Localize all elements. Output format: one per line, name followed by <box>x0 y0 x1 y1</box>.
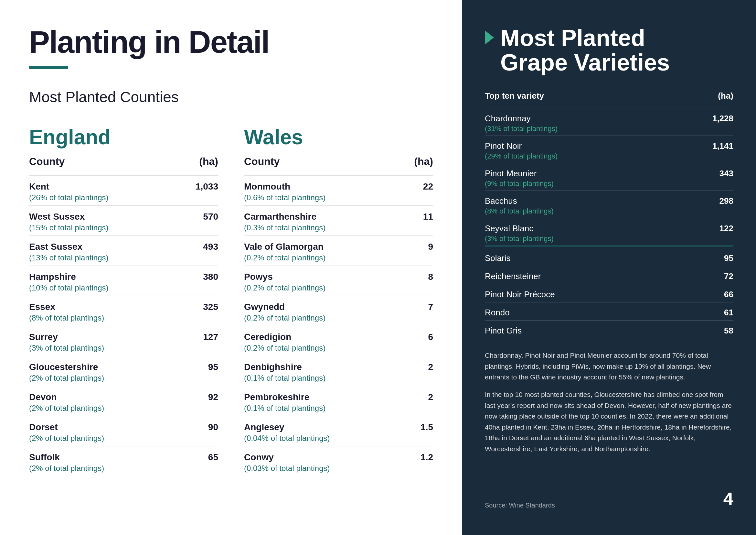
wales-col-county: County <box>244 155 280 168</box>
county-ha: 95 <box>208 362 218 372</box>
county-name: Hampshire <box>29 272 76 282</box>
table-row: Gwynedd 7 (0.2% of total plantings) <box>244 296 433 326</box>
county-name: Surrey <box>29 332 58 342</box>
variety-ha: 58 <box>724 326 733 336</box>
variety-name: Rondo <box>485 308 510 318</box>
county-pct: (26% of total plantings) <box>29 193 218 202</box>
right-panel: Most PlantedGrape Varieties Top ten vari… <box>462 0 756 535</box>
wales-col-headers: County (ha) <box>244 155 433 173</box>
table-row: Essex 325 (8% of total plantings) <box>29 296 218 326</box>
county-pct: (2% of total plantings) <box>29 464 218 473</box>
table-row: Gloucestershire 95 (2% of total planting… <box>29 356 218 386</box>
table-row: Kent 1,033 (26% of total plantings) <box>29 175 218 205</box>
list-item: Pinot Noir 1,141 (29% of total plantings… <box>485 135 733 163</box>
variety-name: Pinot Noir <box>485 141 522 151</box>
variety-pct: (8% of total plantings) <box>485 207 733 215</box>
county-name: Essex <box>29 302 55 312</box>
table-row: Suffolk 65 (2% of total plantings) <box>29 446 218 476</box>
england-rows: Kent 1,033 (26% of total plantings) West… <box>29 175 218 476</box>
county-name: Gloucestershire <box>29 362 98 372</box>
county-ha: 493 <box>203 241 218 252</box>
county-name: Devon <box>29 392 57 402</box>
table-row: Ceredigion 6 (0.2% of total plantings) <box>244 326 433 356</box>
table-row: Surrey 127 (3% of total plantings) <box>29 326 218 356</box>
variety-pct: (3% of total plantings) <box>485 235 733 243</box>
variety-ha: 298 <box>719 196 733 206</box>
variety-ha: 1,228 <box>712 114 733 124</box>
table-row: Devon 92 (2% of total plantings) <box>29 386 218 416</box>
variety-name: Reichensteiner <box>485 271 541 281</box>
table-row: Conwy 1.2 (0.03% of total plantings) <box>244 446 433 476</box>
variety-name: Pinot Gris <box>485 326 522 336</box>
page-title: Planting in Detail <box>29 26 433 59</box>
page-number: 4 <box>723 488 733 509</box>
england-col-ha: (ha) <box>199 155 218 168</box>
county-pct: (2% of total plantings) <box>29 434 218 443</box>
county-ha: 127 <box>203 332 218 342</box>
variety-rows: Chardonnay 1,228 (31% of total plantings… <box>485 108 733 338</box>
table-row: Pembrokeshire 2 (0.1% of total plantings… <box>244 386 433 416</box>
england-col-headers: County (ha) <box>29 155 218 173</box>
list-item: Reichensteiner 72 <box>485 266 733 284</box>
description1: Chardonnay, Pinot Noir and Pinot Meunier… <box>485 350 733 383</box>
variety-ha: 72 <box>724 271 733 281</box>
table-row: Hampshire 380 (10% of total plantings) <box>29 266 218 296</box>
county-name: Carmarthenshire <box>244 211 316 222</box>
wales-heading: Wales <box>244 125 433 149</box>
table-row: Monmouth 22 (0.6% of total plantings) <box>244 175 433 205</box>
county-ha: 9 <box>428 241 433 252</box>
variety-col-headers: Top ten variety (ha) <box>485 91 733 107</box>
county-ha: 6 <box>428 332 433 342</box>
county-pct: (0.04% of total plantings) <box>244 434 433 443</box>
variety-name: Bacchus <box>485 196 517 206</box>
county-name: Monmouth <box>244 182 290 192</box>
table-row: Vale of Glamorgan 9 (0.2% of total plant… <box>244 236 433 266</box>
county-ha: 570 <box>203 211 218 222</box>
list-item: Pinot Noir Précoce 66 <box>485 284 733 302</box>
list-item: Pinot Gris 58 <box>485 320 733 338</box>
county-pct: (8% of total plantings) <box>29 313 218 323</box>
county-name: Kent <box>29 182 49 192</box>
section-divider <box>485 245 733 246</box>
county-name: Anglesey <box>244 422 284 433</box>
variety-col-label: Top ten variety <box>485 91 544 101</box>
variety-name: Pinot Noir Précoce <box>485 290 555 299</box>
right-title: Most PlantedGrape Varieties <box>500 26 670 75</box>
england-column: England County (ha) Kent 1,033 (26% of t… <box>29 125 218 509</box>
variety-ha: 122 <box>719 223 733 234</box>
source-text: Source: Wine Standards <box>485 502 555 509</box>
county-name: East Sussex <box>29 241 82 252</box>
table-row: Carmarthenshire 11 (0.3% of total planti… <box>244 205 433 236</box>
table-row: Anglesey 1.5 (0.04% of total plantings) <box>244 416 433 446</box>
list-item: Chardonnay 1,228 (31% of total plantings… <box>485 108 733 135</box>
county-ha: 90 <box>208 422 218 433</box>
variety-name: Chardonnay <box>485 114 531 124</box>
county-pct: (15% of total plantings) <box>29 223 218 232</box>
county-pct: (2% of total plantings) <box>29 404 218 413</box>
county-name: Dorset <box>29 422 58 433</box>
variety-pct: (9% of total plantings) <box>485 180 733 188</box>
section-title: Most Planted Counties <box>29 88 433 106</box>
variety-ha: 343 <box>719 169 733 179</box>
county-ha: 380 <box>203 272 218 282</box>
england-col-county: County <box>29 155 65 168</box>
county-ha: 325 <box>203 302 218 312</box>
county-pct: (0.3% of total plantings) <box>244 223 433 232</box>
county-pct: (0.2% of total plantings) <box>244 344 433 352</box>
variety-ha: 66 <box>724 290 733 299</box>
england-heading: England <box>29 125 218 149</box>
county-pct: (0.2% of total plantings) <box>244 253 433 262</box>
county-ha: 7 <box>428 302 433 312</box>
county-ha: 2 <box>428 362 433 372</box>
variety-pct: (29% of total plantings) <box>485 152 733 160</box>
variety-ha: 1,141 <box>712 141 733 151</box>
county-name: Vale of Glamorgan <box>244 241 324 252</box>
variety-name: Solaris <box>485 253 510 263</box>
variety-name: Seyval Blanc <box>485 223 533 234</box>
county-ha: 1.5 <box>420 422 433 433</box>
county-name: Gwynedd <box>244 302 285 312</box>
table-row: East Sussex 493 (13% of total plantings) <box>29 236 218 266</box>
county-pct: (3% of total plantings) <box>29 344 218 352</box>
wales-col-ha: (ha) <box>414 155 433 168</box>
description2: In the top 10 most planted counties, Glo… <box>485 389 733 455</box>
